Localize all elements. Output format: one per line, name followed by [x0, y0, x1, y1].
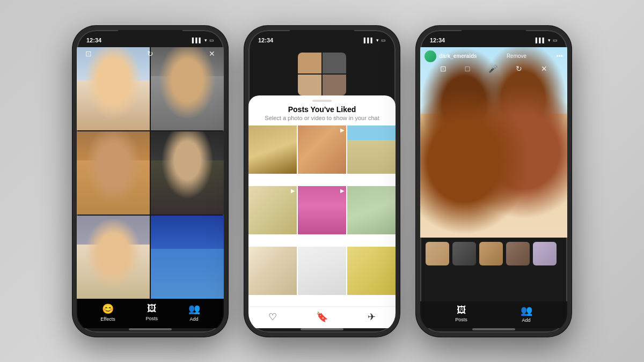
home-indicator: [301, 328, 343, 330]
post-cell-9[interactable]: [347, 247, 396, 295]
phone-3: 12:34 ▌▌▌ ▾ ▭ ⊡ □ 🎤 ↻ ✕ dark_emeralds Re…: [416, 26, 572, 337]
shared-post-area: dark_emeralds Remove •••: [420, 47, 567, 301]
phone1-status-icons: ▌▌▌ ▾ ▭: [192, 38, 214, 43]
phone-2: 12:34 ▌▌▌ ▾ ▭ ⊡ □ 🎤 ↻ ✕: [244, 26, 400, 337]
posts-grid: ▶ ▶ ▶: [248, 125, 396, 306]
posts-icon: 🖼: [147, 303, 157, 314]
sheet-bottom-tabs: ♡ 🔖 ✈: [248, 306, 396, 328]
participant-thumb-2: [452, 242, 476, 265]
post-cell-1[interactable]: [248, 125, 297, 174]
camera-switch-icon[interactable]: ↻: [147, 49, 153, 58]
add-icon: 👥: [188, 303, 200, 315]
post-user-info: dark_emeralds: [425, 50, 477, 62]
effects-icon: 😊: [102, 303, 114, 315]
phone1-screen: ⊡ ↻ ✕: [77, 47, 224, 328]
video-cell-5: [77, 216, 150, 299]
post-cell-6[interactable]: [347, 186, 396, 234]
video-cell-4: [151, 131, 224, 215]
post-header: dark_emeralds Remove •••: [420, 47, 567, 65]
signal-icon: ▌▌▌: [536, 38, 546, 43]
battery-icon: ▭: [209, 38, 214, 43]
mini-video-grid: [298, 53, 346, 95]
post-cell-7[interactable]: [248, 247, 297, 295]
phone3-notch: [462, 30, 526, 43]
close-icon[interactable]: ✕: [209, 49, 215, 58]
video-grid: [77, 47, 224, 299]
wifi-icon: ▾: [204, 38, 207, 43]
gallery-icon[interactable]: ⊡: [85, 49, 92, 58]
call-toolbar: ⊡ ↻ ✕: [77, 47, 224, 60]
add-label: Add: [190, 316, 199, 322]
post-cell-2[interactable]: ▶: [298, 125, 346, 174]
video-indicator-icon: ▶: [291, 188, 295, 194]
participant-thumb-5: [533, 242, 557, 265]
posts-nav-button[interactable]: 🖼 Posts: [455, 305, 467, 322]
video-cell-6: [151, 216, 224, 299]
posts-nav-icon: 🖼: [457, 305, 466, 316]
explore-tab-icon[interactable]: ✈: [368, 311, 376, 323]
phone2-screen: ⊡ □ 🎤 ↻ ✕ Posts You've Liked Select a ph…: [248, 47, 396, 328]
battery-icon: ▭: [381, 38, 386, 43]
home-indicator: [129, 328, 172, 330]
posts-button[interactable]: 🖼 Posts: [145, 303, 158, 321]
post-cell-8[interactable]: [298, 247, 346, 295]
home-indicator: [472, 328, 515, 330]
video-indicator-icon: ▶: [340, 127, 345, 133]
phone2-status-icons: ▌▌▌ ▾ ▭: [364, 38, 386, 43]
effects-label: Effects: [100, 316, 115, 322]
mini-cell-3: [298, 75, 321, 95]
rotate-icon[interactable]: ↻: [516, 64, 522, 73]
saved-tab-icon[interactable]: 🔖: [316, 311, 328, 323]
phone3-screen: ⊡ □ 🎤 ↻ ✕ dark_emeralds Remove •••: [420, 47, 567, 328]
video-indicator-icon: ▶: [340, 188, 345, 194]
battery-icon: ▭: [553, 38, 558, 43]
add-nav-label: Add: [522, 317, 531, 323]
mini-cell-1: [298, 53, 321, 73]
close-icon[interactable]: ✕: [541, 64, 547, 73]
wifi-icon: ▾: [548, 38, 551, 43]
post-cell-5[interactable]: ▶: [298, 186, 346, 234]
phone1-time: 12:34: [86, 37, 101, 43]
gallery-icon[interactable]: ⊡: [440, 64, 447, 73]
sheet-subtitle: Select a photo or video to show in your …: [248, 115, 396, 125]
add-button[interactable]: 👥 Add: [188, 303, 200, 322]
participant-thumb-1: [426, 242, 449, 265]
phone3-time: 12:34: [430, 37, 445, 43]
post-username: dark_emeralds: [439, 53, 477, 59]
signal-icon: ▌▌▌: [192, 38, 202, 43]
effects-button[interactable]: 😊 Effects: [100, 303, 115, 322]
phone-1: 12:34 ▌▌▌ ▾ ▭ ⊡ ↻ ✕: [72, 26, 228, 337]
shared-post-image: [420, 47, 567, 238]
participant-thumb-3: [479, 242, 503, 265]
call-bottom-toolbar: 😊 Effects 🖼 Posts 👥 Add: [77, 299, 224, 328]
likes-tab-icon[interactable]: ♡: [268, 311, 277, 323]
mini-cell-2: [323, 53, 346, 73]
phone3-bottom-nav: 🖼 Posts 👥 Add: [420, 301, 567, 328]
posts-bottom-sheet[interactable]: Posts You've Liked Select a photo or vid…: [248, 95, 396, 328]
remove-button[interactable]: Remove: [507, 53, 526, 59]
post-cell-3[interactable]: [347, 125, 396, 174]
wifi-icon: ▾: [376, 38, 379, 43]
phone2-notch: [290, 30, 354, 43]
phone2-time: 12:34: [258, 37, 273, 43]
sheet-drag-handle: [312, 100, 332, 102]
signal-icon: ▌▌▌: [364, 38, 374, 43]
posts-label: Posts: [145, 316, 158, 321]
video-icon[interactable]: □: [465, 64, 470, 73]
more-options-icon[interactable]: •••: [556, 53, 563, 60]
add-nav-icon: 👥: [521, 305, 532, 316]
participant-thumb-4: [506, 242, 530, 265]
post-avatar: [425, 50, 436, 62]
add-nav-button[interactable]: 👥 Add: [521, 305, 532, 323]
sheet-title: Posts You've Liked: [248, 104, 396, 115]
mic-icon[interactable]: 🎤: [488, 64, 497, 73]
participants-row: [420, 238, 567, 269]
post-cell-4[interactable]: ▶: [248, 186, 297, 234]
video-cell-3: [77, 131, 150, 215]
phone3-status-icons: ▌▌▌ ▾ ▭: [536, 38, 558, 43]
posts-nav-label: Posts: [455, 317, 467, 322]
phone1-notch: [118, 30, 182, 43]
mini-cell-4: [323, 75, 346, 95]
